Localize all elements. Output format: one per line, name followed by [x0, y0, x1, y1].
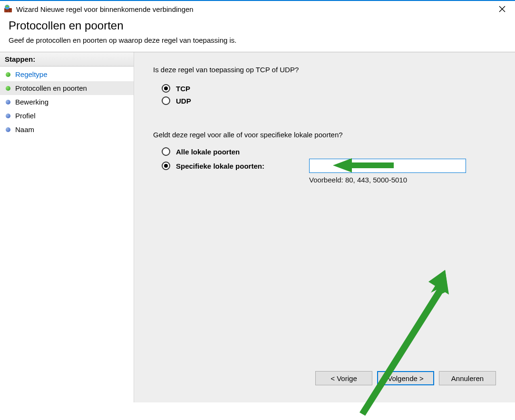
cancel-button[interactable]: Annuleren: [439, 371, 496, 385]
step-label: Naam: [15, 125, 34, 134]
radio-icon: [162, 96, 170, 105]
ports-question: Geldt deze regel voor alle of voor speci…: [153, 131, 496, 139]
radio-label: UDP: [176, 97, 191, 105]
ports-example: Voorbeeld: 80, 443, 5000-5010: [309, 176, 471, 184]
wizard-buttons: < Vorige Volgende > Annuleren: [153, 371, 496, 393]
protocol-question: Is deze regel van toepassing op TCP of U…: [153, 66, 496, 74]
step-bullet-icon: [6, 114, 10, 118]
window-title: Wizard Nieuwe regel voor binnenkomende v…: [16, 5, 491, 13]
radio-icon: [162, 162, 170, 170]
radio-udp[interactable]: UDP: [162, 96, 496, 105]
radio-label: TCP: [176, 85, 190, 93]
step-bullet-icon: [6, 100, 10, 105]
specific-ports-input[interactable]: [309, 159, 466, 173]
step-label: Bewerking: [15, 98, 49, 106]
steps-sidebar: Stappen: Regeltype Protocollen en poorte…: [0, 52, 134, 402]
step-bullet-icon: [6, 86, 10, 91]
step-label: Protocollen en poorten: [15, 84, 87, 92]
close-button[interactable]: [491, 1, 513, 17]
step-label: Regeltype: [15, 70, 48, 78]
step-profiel[interactable]: Profiel: [0, 109, 134, 123]
firewall-app-icon: [4, 5, 12, 13]
svg-rect-1: [4, 10, 12, 10]
step-regeltype[interactable]: Regeltype: [0, 67, 134, 81]
svg-marker-8: [360, 270, 448, 416]
step-naam[interactable]: Naam: [0, 123, 134, 136]
step-bullet-icon: [6, 127, 10, 132]
radio-all-ports[interactable]: Alle lokale poorten: [162, 147, 304, 156]
radio-icon: [162, 84, 170, 93]
page-title: Protocollen en poorten: [9, 19, 506, 32]
step-bewerking[interactable]: Bewerking: [0, 95, 134, 109]
radio-specific-ports[interactable]: Specifieke lokale poorten:: [162, 162, 304, 170]
radio-label: Alle lokale poorten: [176, 148, 240, 156]
radio-tcp[interactable]: TCP: [162, 84, 496, 93]
step-label: Profiel: [15, 112, 36, 120]
close-icon: [499, 6, 505, 12]
page-description: Geef de protocollen en poorten op waarop…: [9, 36, 506, 44]
content-panel: Is deze regel van toepassing op TCP of U…: [134, 52, 515, 402]
back-button[interactable]: < Vorige: [315, 371, 372, 385]
annotation-arrow-icon: [350, 270, 450, 417]
radio-icon: [162, 147, 170, 156]
title-bar: Wizard Nieuwe regel voor binnenkomende v…: [0, 1, 515, 17]
next-button[interactable]: Volgende >: [377, 371, 434, 385]
steps-header: Stappen:: [0, 52, 134, 67]
step-bullet-icon: [6, 72, 10, 77]
svg-rect-3: [10, 8, 10, 12]
svg-marker-9: [428, 270, 449, 295]
step-protocollen-en-poorten[interactable]: Protocollen en poorten: [0, 81, 134, 95]
header: Protocollen en poorten Geef de protocoll…: [0, 17, 515, 52]
radio-label: Specifieke lokale poorten:: [176, 162, 264, 170]
